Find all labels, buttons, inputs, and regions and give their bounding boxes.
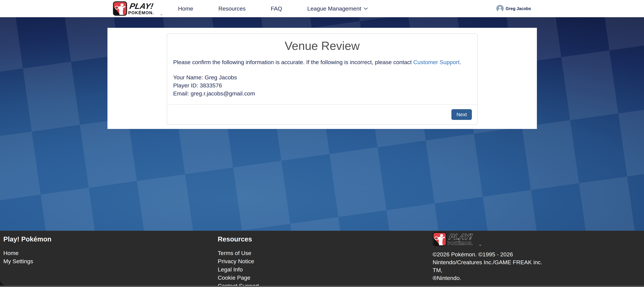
footer-link-privacy-notice[interactable]: Privacy Notice — [218, 257, 259, 266]
footer-link-terms-of-use[interactable]: Terms of Use — [218, 249, 259, 257]
footer-link-cookie-page[interactable]: Cookie Page — [218, 274, 259, 282]
brand-tm-text: TM — [160, 14, 162, 15]
page-title: Venue Review — [167, 39, 477, 53]
footer-link-my-settings[interactable]: My Settings — [3, 257, 52, 266]
footer-brand-play-text: PLAY! — [448, 232, 473, 241]
content-panel: Venue Review Please confirm the followin… — [108, 28, 537, 129]
info-line-player-id: Player ID: 3833576 — [173, 81, 471, 89]
footer-col-brand: Play! Pokémon Home My Settings — [3, 231, 52, 266]
intro-text-suffix: . — [460, 59, 461, 65]
footer-link-home[interactable]: Home — [3, 249, 52, 257]
intro-text: Please confirm the following information… — [173, 58, 471, 66]
copyright-line: ©2026 Pokémon. ©1995 - 2026 — [433, 251, 550, 258]
info-value: 3833576 — [200, 82, 222, 89]
nav-link-resources[interactable]: Resources — [218, 5, 246, 12]
card-footer: Next — [167, 104, 477, 124]
footer-play-pokemon-logo: PLAY! POKÉMON. TM — [433, 232, 482, 246]
user-name: Greg Jacobs — [506, 6, 531, 11]
venue-review-card: Venue Review Please confirm the followin… — [167, 33, 478, 125]
footer-col-resources: Resources Terms of Use Privacy Notice Le… — [218, 231, 259, 287]
user-avatar-icon — [496, 5, 504, 12]
copyright-line: ®Nintendo. — [433, 274, 550, 282]
footer-col-legal: PLAY! POKÉMON. TM ©2026 Pokémon. ©1995 -… — [433, 231, 550, 282]
nav-links: Home Resources FAQ League Management — [178, 5, 368, 12]
footer-heading-resources: Resources — [218, 236, 259, 243]
info-line-email: Email: greg.r.jacobs@gmail.com — [173, 89, 471, 97]
intro-text-before: Please confirm the following information… — [173, 59, 412, 65]
nav-link-faq[interactable]: FAQ — [271, 5, 282, 12]
info-label: Your Name: — [173, 74, 203, 80]
nav-link-home[interactable]: Home — [178, 5, 193, 12]
info-value: Greg Jacobs — [205, 74, 237, 80]
bottom-strip — [0, 286, 644, 287]
info-label: Email: — [173, 90, 189, 97]
footer-brand-tm-text: TM — [479, 245, 481, 246]
top-nav: PLAY! POKÉMON. TM Home Resources FAQ Lea… — [0, 0, 644, 17]
player-info: Your Name: Greg Jacobs Player ID: 383357… — [173, 73, 471, 97]
next-button[interactable]: Next — [452, 109, 472, 120]
brand-play-text: PLAY! — [129, 1, 154, 10]
copyright-line: Nintendo/Creatures Inc./GAME FREAK inc. … — [433, 258, 550, 274]
nav-inner: PLAY! POKÉMON. TM Home Resources FAQ Lea… — [107, 0, 537, 17]
footer-link-legal-info[interactable]: Legal Info — [218, 266, 259, 274]
footer-heading-play-pokemon: Play! Pokémon — [3, 236, 52, 243]
brand-pokemon-text: POKÉMON. — [128, 10, 154, 15]
user-menu[interactable]: Greg Jacobs — [496, 5, 531, 12]
info-label: Player ID: — [173, 82, 198, 89]
play-pokemon-logo[interactable]: PLAY! POKÉMON. TM — [113, 1, 163, 16]
chevron-down-icon — [364, 7, 368, 10]
footer-brand-pokemon-text: POKÉMON. — [448, 241, 473, 246]
play-pokemon-badge-icon: PLAY! POKÉMON. TM — [113, 1, 163, 16]
info-value: greg.r.jacobs@gmail.com — [190, 90, 255, 97]
copyright-text: ©2026 Pokémon. ©1995 - 2026 Nintendo/Cre… — [433, 251, 550, 282]
customer-support-link[interactable]: Customer Support — [413, 59, 460, 65]
nav-dropdown-label: League Management — [307, 5, 361, 12]
info-line-name: Your Name: Greg Jacobs — [173, 73, 471, 81]
nav-dropdown-league-management[interactable]: League Management — [307, 5, 368, 12]
page-footer: Play! Pokémon Home My Settings Resources… — [0, 231, 644, 286]
